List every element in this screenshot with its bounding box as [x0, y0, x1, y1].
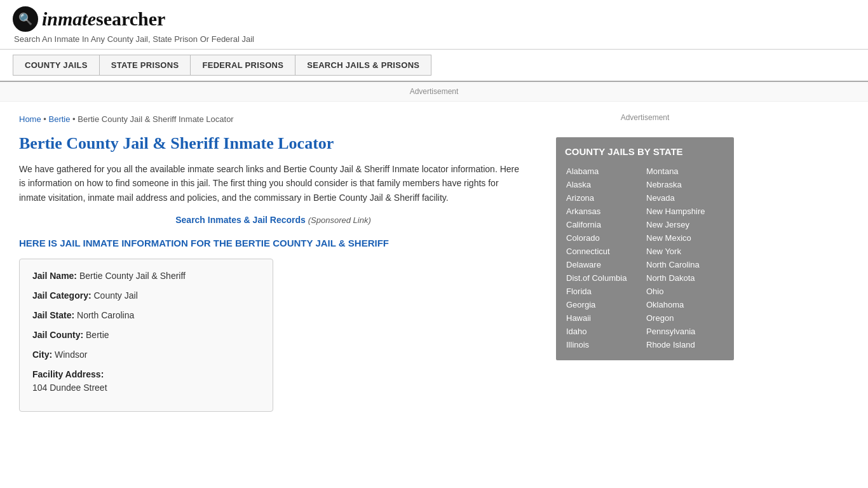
jail-county-value: Bertie: [86, 330, 109, 340]
nav-state-prisons[interactable]: STATE PRISONS: [99, 55, 191, 76]
nav-federal-prisons[interactable]: FEDERAL PRISONS: [190, 55, 295, 76]
jail-category-row: Jail Category: County Jail: [32, 289, 260, 302]
state-link[interactable]: Rhode Island: [645, 338, 725, 351]
jail-name-label: Jail Name:: [32, 271, 77, 281]
state-link[interactable]: New Hampshire: [645, 205, 725, 218]
state-link[interactable]: North Dakota: [645, 271, 725, 285]
nav-search-jails[interactable]: SEARCH JAILS & PRISONS: [295, 55, 431, 76]
state-link[interactable]: Dist.of Columbia: [565, 271, 645, 285]
state-link[interactable]: Oregon: [645, 311, 725, 325]
state-link[interactable]: New York: [645, 245, 725, 258]
state-link[interactable]: Ohio: [645, 285, 725, 298]
state-col-left: AlabamaAlaskaArizonaArkansasCaliforniaCo…: [565, 165, 645, 351]
state-link[interactable]: Pennsylvania: [645, 325, 725, 338]
state-link[interactable]: Montana: [645, 165, 725, 178]
sponsored-note: (Sponsored Link): [308, 215, 371, 225]
state-link[interactable]: Illinois: [565, 338, 645, 351]
tagline: Search An Inmate In Any County Jail, Sta…: [14, 34, 855, 44]
jail-state-label: Jail State:: [32, 310, 74, 320]
jail-address-value: 104 Dundee Street: [32, 381, 260, 395]
logo-searcher: searcher: [96, 8, 165, 29]
state-link[interactable]: New Jersey: [645, 218, 725, 231]
state-link[interactable]: Delaware: [565, 258, 645, 271]
nav-county-jails[interactable]: COUNTY JAILS: [13, 55, 99, 76]
breadcrumb: Home • Bertie • Bertie County Jail & She…: [19, 114, 527, 124]
jail-name-value: Bertie County Jail & Sheriff: [79, 271, 186, 281]
state-box-title: COUNTY JAILS BY STATE: [565, 146, 725, 157]
description: We have gathered for you all the availab…: [19, 162, 527, 205]
state-link[interactable]: California: [565, 218, 645, 231]
state-link[interactable]: Florida: [565, 285, 645, 298]
state-link[interactable]: Colorado: [565, 231, 645, 245]
jail-state-row: Jail State: North Carolina: [32, 309, 260, 322]
jail-county-label: Jail County:: [32, 330, 83, 340]
ad-banner: Advertisement: [0, 82, 868, 102]
state-link[interactable]: Hawaii: [565, 311, 645, 325]
main-layout: Home • Bertie • Bertie County Jail & She…: [0, 102, 868, 424]
jail-city-value: Windsor: [55, 349, 87, 360]
jail-address-row: Facility Address: 104 Dundee Street: [32, 368, 260, 395]
jail-category-value: County Jail: [93, 290, 137, 301]
state-link[interactable]: Arizona: [565, 191, 645, 205]
jail-state-value: North Carolina: [77, 310, 134, 320]
logo-icon: 🔍: [13, 6, 38, 32]
state-link[interactable]: Connecticut: [565, 245, 645, 258]
state-link[interactable]: Georgia: [565, 298, 645, 311]
state-col-right: MontanaNebraskaNevadaNew HampshireNew Je…: [645, 165, 725, 351]
state-columns: AlabamaAlaskaArizonaArkansasCaliforniaCo…: [565, 165, 725, 351]
state-link[interactable]: Nebraska: [645, 178, 725, 191]
header: 🔍 inmatesearcher Search An Inmate In Any…: [0, 0, 868, 50]
breadcrumb-home[interactable]: Home: [19, 114, 41, 124]
state-link[interactable]: Nevada: [645, 191, 725, 205]
jail-city-label: City:: [32, 349, 52, 360]
logo-area: 🔍 inmatesearcher: [13, 6, 855, 32]
info-header: HERE IS JAIL INMATE INFORMATION FOR THE …: [19, 238, 527, 248]
nav-bar: COUNTY JAILS STATE PRISONS FEDERAL PRISO…: [0, 50, 868, 82]
sidebar-ad: Advertisement: [556, 108, 734, 127]
state-link[interactable]: Oklahoma: [645, 298, 725, 311]
sponsored-link-area: Search Inmates & Jail Records (Sponsored…: [19, 215, 527, 225]
content-area: Home • Bertie • Bertie County Jail & She…: [0, 102, 546, 424]
state-link[interactable]: New Mexico: [645, 231, 725, 245]
state-link[interactable]: North Carolina: [645, 258, 725, 271]
logo-inmate: inmate: [42, 8, 96, 29]
jail-category-label: Jail Category:: [32, 290, 92, 301]
breadcrumb-current: Bertie County Jail & Sheriff Inmate Loca…: [78, 114, 233, 124]
state-link[interactable]: Arkansas: [565, 205, 645, 218]
sidebar: Advertisement COUNTY JAILS BY STATE Alab…: [546, 102, 743, 424]
state-link[interactable]: Alabama: [565, 165, 645, 178]
jail-address-label: Facility Address:: [32, 369, 104, 379]
page-title: Bertie County Jail & Sheriff Inmate Loca…: [19, 134, 527, 153]
jail-name-row: Jail Name: Bertie County Jail & Sheriff: [32, 269, 260, 283]
jail-info-box: Jail Name: Bertie County Jail & Sheriff …: [19, 259, 273, 412]
sponsored-link[interactable]: Search Inmates & Jail Records: [175, 215, 306, 225]
state-link[interactable]: Idaho: [565, 325, 645, 338]
state-box: COUNTY JAILS BY STATE AlabamaAlaskaArizo…: [556, 137, 734, 360]
breadcrumb-parent[interactable]: Bertie: [48, 114, 70, 124]
logo-text: inmatesearcher: [42, 8, 165, 30]
state-link[interactable]: Alaska: [565, 178, 645, 191]
jail-city-row: City: Windsor: [32, 348, 260, 362]
jail-county-row: Jail County: Bertie: [32, 329, 260, 342]
